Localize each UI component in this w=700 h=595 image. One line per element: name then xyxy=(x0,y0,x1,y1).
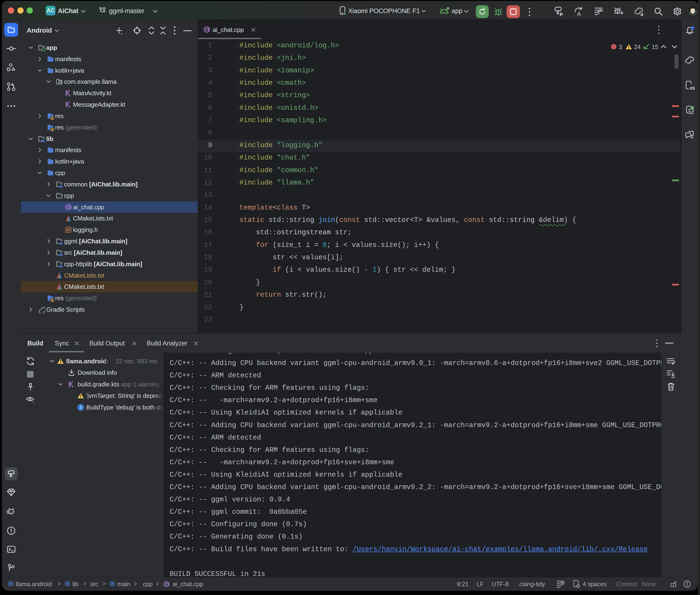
svg-text:A: A xyxy=(577,11,581,17)
svg-text:C: C xyxy=(165,582,168,586)
svg-text:C: C xyxy=(205,27,208,32)
svg-text:C: C xyxy=(66,205,69,209)
